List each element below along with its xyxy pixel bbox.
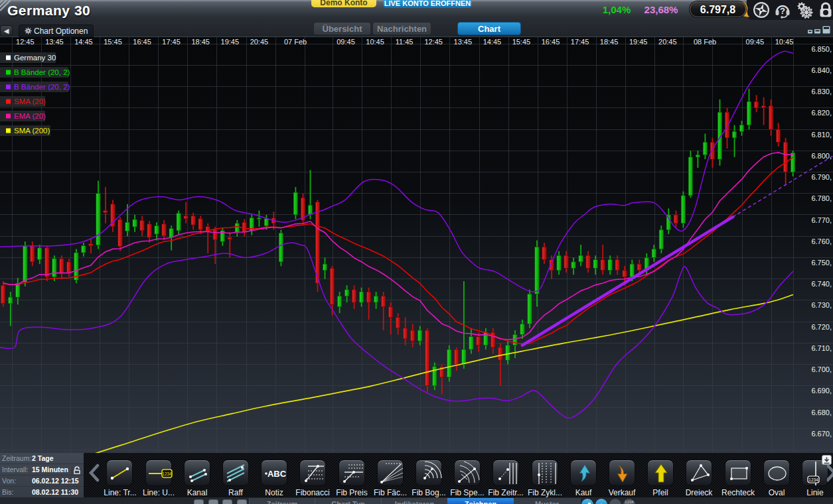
svg-text:17:45: 17:45 xyxy=(162,38,181,46)
svg-text:6.830,: 6.830, xyxy=(811,88,832,95)
svg-text:18:45: 18:45 xyxy=(600,38,619,46)
svg-text:6.800,: 6.800, xyxy=(811,152,832,160)
svg-text:18:45: 18:45 xyxy=(191,38,210,46)
svg-text:07 Feb: 07 Feb xyxy=(284,38,307,46)
svg-text:?: ? xyxy=(780,6,785,16)
svg-text:09:45: 09:45 xyxy=(746,38,765,46)
svg-text:20:45: 20:45 xyxy=(250,38,269,46)
svg-text:Germany 30: Germany 30 xyxy=(14,54,56,62)
svg-text:B Bänder (20, 2): B Bänder (20, 2) xyxy=(14,83,70,91)
svg-text:6.690,: 6.690, xyxy=(811,387,832,395)
svg-text:EMA (20): EMA (20) xyxy=(14,112,46,120)
svg-text:6.780,: 6.780, xyxy=(811,194,832,202)
svg-text:11:45: 11:45 xyxy=(396,38,414,46)
svg-text:6.710,: 6.710, xyxy=(811,344,832,352)
svg-text:19:45: 19:45 xyxy=(221,38,240,46)
svg-text:B Bänder (20, 2): B Bänder (20, 2) xyxy=(14,68,70,76)
svg-text:15:45: 15:45 xyxy=(512,38,531,46)
svg-text:6.840,: 6.840, xyxy=(811,66,832,74)
svg-text:6.820,: 6.820, xyxy=(811,109,832,117)
svg-text:6.740,: 6.740, xyxy=(811,280,832,288)
svg-text:1234: 1234 xyxy=(162,472,172,476)
svg-text:14:45: 14:45 xyxy=(74,38,93,46)
svg-text:17:45: 17:45 xyxy=(571,38,589,46)
svg-text:13:45: 13:45 xyxy=(454,38,473,46)
svg-text:10:45: 10:45 xyxy=(775,38,794,46)
svg-text:6.720,: 6.720, xyxy=(811,323,832,331)
svg-text:6.770,: 6.770, xyxy=(811,216,832,224)
svg-text:15:45: 15:45 xyxy=(104,38,122,46)
svg-text:6.730,: 6.730, xyxy=(811,301,832,309)
svg-text:12:45: 12:45 xyxy=(424,38,443,46)
svg-text:10:45: 10:45 xyxy=(366,38,384,46)
svg-text:6.670,: 6.670, xyxy=(811,430,832,438)
svg-text:08 Feb: 08 Feb xyxy=(694,38,716,46)
svg-text:19:45: 19:45 xyxy=(629,38,648,46)
svg-text:SMA (20): SMA (20) xyxy=(14,97,46,105)
svg-text:16:45: 16:45 xyxy=(542,38,560,46)
svg-text:14:45: 14:45 xyxy=(483,38,502,46)
svg-text:6.750,: 6.750, xyxy=(811,259,832,267)
svg-text:6.680,: 6.680, xyxy=(811,409,832,416)
svg-text:6.850,: 6.850, xyxy=(811,45,832,53)
svg-text:ABC: ABC xyxy=(267,469,287,479)
svg-text:12:45: 12:45 xyxy=(16,38,35,46)
svg-text:20:45: 20:45 xyxy=(658,38,677,46)
svg-text:09:45: 09:45 xyxy=(337,38,355,46)
svg-text:6.790,: 6.790, xyxy=(811,173,832,181)
svg-text:16:45: 16:45 xyxy=(133,38,151,46)
svg-text:SMA (200): SMA (200) xyxy=(14,127,50,135)
svg-text:6.810,: 6.810, xyxy=(811,131,832,139)
svg-text:1234: 1234 xyxy=(808,477,818,482)
svg-text:13:45: 13:45 xyxy=(45,38,64,46)
svg-text:6.700,: 6.700, xyxy=(811,365,832,373)
svg-text:6.760,: 6.760, xyxy=(811,237,832,245)
